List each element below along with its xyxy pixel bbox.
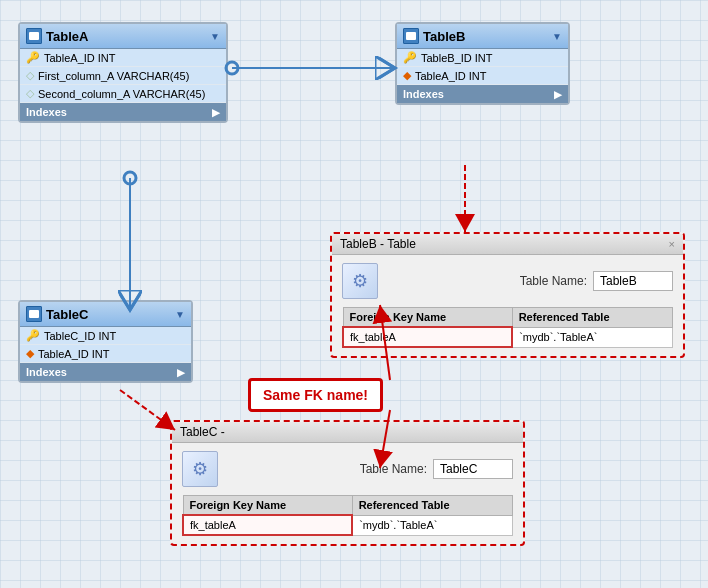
tableb-fk-col2: Referenced Table bbox=[512, 308, 672, 328]
annotation-bubble: Same FK name! bbox=[248, 378, 383, 412]
table-a-node[interactable]: TableA ▼ 🔑 TableA_ID INT ◇ First_column_… bbox=[18, 22, 228, 123]
table-a-title: TableA bbox=[46, 29, 88, 44]
table-a-dropdown[interactable]: ▼ bbox=[210, 31, 220, 42]
svg-line-6 bbox=[120, 390, 175, 430]
tablec-dialog: TableC - Table Name: TableC Foreign Key … bbox=[170, 420, 525, 546]
tableb-tool-row: Table Name: TableB bbox=[342, 263, 673, 299]
table-b-icon bbox=[403, 28, 419, 44]
key-icon-a0: 🔑 bbox=[26, 51, 40, 64]
tableb-fk-col1: Foreign Key Name bbox=[343, 308, 512, 328]
table-b-indexes[interactable]: Indexes ▶ bbox=[397, 85, 568, 103]
field-b1-text: TableA_ID INT bbox=[415, 70, 487, 82]
field-a0-text: TableA_ID INT bbox=[44, 52, 116, 64]
field-a2-text: Second_column_A VARCHAR(45) bbox=[38, 88, 205, 100]
tableb-tool-icon bbox=[342, 263, 378, 299]
tablec-fk-ref: `mydb`.`TableA` bbox=[352, 515, 512, 535]
table-c-header: TableC ▼ bbox=[20, 302, 191, 327]
table-c-node[interactable]: TableC ▼ 🔑 TableC_ID INT ◆ TableA_ID INT… bbox=[18, 300, 193, 383]
tablec-fk-name: fk_tableA bbox=[183, 515, 352, 535]
indexes-arrow-b: ▶ bbox=[554, 89, 562, 100]
fk-icon-b1: ◆ bbox=[403, 69, 411, 82]
tablec-dialog-body: Table Name: TableC Foreign Key Name Refe… bbox=[172, 443, 523, 544]
table-b-field-0: 🔑 TableB_ID INT bbox=[397, 49, 568, 67]
col-icon-a1: ◇ bbox=[26, 69, 34, 82]
table-b-node[interactable]: TableB ▼ 🔑 TableB_ID INT ◆ TableA_ID INT… bbox=[395, 22, 570, 105]
key-icon-c0: 🔑 bbox=[26, 329, 40, 342]
tablec-dialog-title: TableC - bbox=[180, 425, 225, 439]
field-c1-text: TableA_ID INT bbox=[38, 348, 110, 360]
tableb-dialog-title: TableB - Table bbox=[340, 237, 416, 251]
table-a-field-1: ◇ First_column_A VARCHAR(45) bbox=[20, 67, 226, 85]
field-c0-text: TableC_ID INT bbox=[44, 330, 116, 342]
tableb-name-label: Table Name: bbox=[520, 274, 587, 288]
col-icon-a2: ◇ bbox=[26, 87, 34, 100]
tablec-tool-row: Table Name: TableC bbox=[182, 451, 513, 487]
tableb-fk-name: fk_tableA bbox=[343, 327, 512, 347]
tableb-name-value[interactable]: TableB bbox=[593, 271, 673, 291]
table-c-title: TableC bbox=[46, 307, 88, 322]
field-b0-text: TableB_ID INT bbox=[421, 52, 493, 64]
indexes-arrow-c: ▶ bbox=[177, 367, 185, 378]
table-c-indexes[interactable]: Indexes ▶ bbox=[20, 363, 191, 381]
tableb-fk-ref: `mydb`.`TableA` bbox=[512, 327, 672, 347]
table-a-field-0: 🔑 TableA_ID INT bbox=[20, 49, 226, 67]
tablec-tool-icon bbox=[182, 451, 218, 487]
table-c-dropdown[interactable]: ▼ bbox=[175, 309, 185, 320]
tableb-dialog-titlebar: TableB - Table × bbox=[332, 234, 683, 255]
fk-icon-c1: ◆ bbox=[26, 347, 34, 360]
table-a-field-2: ◇ Second_column_A VARCHAR(45) bbox=[20, 85, 226, 103]
table-c-icon bbox=[26, 306, 42, 322]
table-b-dropdown[interactable]: ▼ bbox=[552, 31, 562, 42]
tableb-fk-table: Foreign Key Name Referenced Table fk_tab… bbox=[342, 307, 673, 348]
table-b-title: TableB bbox=[423, 29, 465, 44]
tableb-dialog-close[interactable]: × bbox=[669, 238, 675, 250]
table-a-indexes-label: Indexes bbox=[26, 106, 67, 118]
tablec-name-label: Table Name: bbox=[360, 462, 427, 476]
tablec-fk-col2: Referenced Table bbox=[352, 496, 512, 516]
table-b-header: TableB ▼ bbox=[397, 24, 568, 49]
key-icon-b0: 🔑 bbox=[403, 51, 417, 64]
tablec-name-value[interactable]: TableC bbox=[433, 459, 513, 479]
indexes-arrow-a: ▶ bbox=[212, 107, 220, 118]
table-c-field-0: 🔑 TableC_ID INT bbox=[20, 327, 191, 345]
tablec-fk-table: Foreign Key Name Referenced Table fk_tab… bbox=[182, 495, 513, 536]
table-a-indexes[interactable]: Indexes ▶ bbox=[20, 103, 226, 121]
table-b-field-1: ◆ TableA_ID INT bbox=[397, 67, 568, 85]
annotation-text: Same FK name! bbox=[263, 387, 368, 403]
tableb-dialog: TableB - Table × Table Name: TableB Fore… bbox=[330, 232, 685, 358]
table-c-field-1: ◆ TableA_ID INT bbox=[20, 345, 191, 363]
table-c-indexes-label: Indexes bbox=[26, 366, 67, 378]
tablec-dialog-titlebar: TableC - bbox=[172, 422, 523, 443]
table-a-icon bbox=[26, 28, 42, 44]
table-b-indexes-label: Indexes bbox=[403, 88, 444, 100]
tablec-fk-col1: Foreign Key Name bbox=[183, 496, 352, 516]
table-a-header: TableA ▼ bbox=[20, 24, 226, 49]
field-a1-text: First_column_A VARCHAR(45) bbox=[38, 70, 189, 82]
tableb-dialog-body: Table Name: TableB Foreign Key Name Refe… bbox=[332, 255, 683, 356]
